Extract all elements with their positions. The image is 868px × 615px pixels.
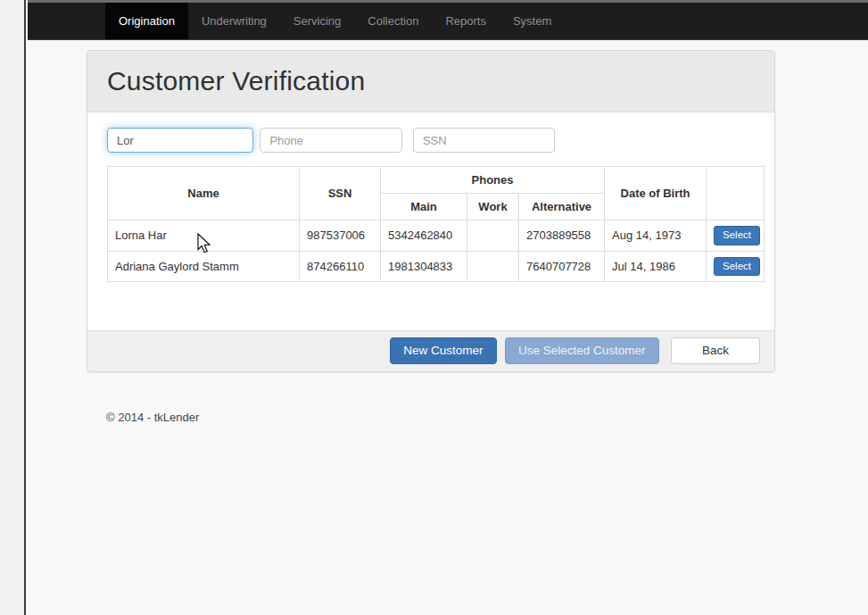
cell-dob: Aug 14, 1973	[605, 220, 707, 252]
ssn-search-input[interactable]	[413, 128, 555, 153]
cell-phone-main: 1981304833	[381, 251, 467, 282]
cell-action: Select	[707, 220, 765, 252]
cell-name: Adriana Gaylord Stamm	[108, 251, 300, 282]
column-header-actions	[707, 167, 765, 220]
phone-search-input[interactable]	[260, 128, 402, 153]
column-header-phone-main: Main	[381, 194, 467, 220]
window-left-rail	[0, 0, 26, 615]
cell-phone-main: 5342462840	[381, 220, 467, 252]
search-row	[107, 128, 755, 153]
column-header-phones: Phones	[381, 167, 605, 194]
cell-action: Select	[707, 251, 765, 282]
customer-verification-panel: Customer Verification Name SSN Phones	[87, 50, 775, 372]
cell-phone-work	[467, 251, 519, 282]
screen: { "navbar": { "items": [ { "label": "Ori…	[0, 0, 868, 615]
table-row[interactable]: Lorna Har 987537006 5342462840 270388955…	[108, 220, 765, 252]
column-header-ssn: SSN	[300, 167, 381, 220]
nav-item-servicing[interactable]: Servicing	[280, 3, 354, 39]
nav-item-system[interactable]: System	[500, 3, 565, 39]
panel-footer: New Customer Use Selected Customer Back	[87, 330, 774, 371]
cell-dob: Jul 14, 1986	[605, 251, 707, 282]
select-customer-button[interactable]: Select	[714, 257, 760, 277]
use-selected-customer-button[interactable]: Use Selected Customer	[505, 337, 659, 364]
cell-ssn: 874266110	[300, 251, 381, 282]
cell-phone-work	[467, 220, 519, 252]
cell-name: Lorna Har	[108, 220, 300, 252]
select-customer-button[interactable]: Select	[714, 226, 760, 245]
name-search-input[interactable]	[107, 128, 253, 153]
cell-phone-alternative: 2703889558	[519, 220, 605, 252]
nav-item-reports[interactable]: Reports	[432, 3, 500, 39]
top-navbar: Origination Underwriting Servicing Colle…	[28, 0, 868, 40]
cell-phone-alternative: 7640707728	[519, 251, 605, 282]
new-customer-button[interactable]: New Customer	[390, 337, 496, 364]
column-header-phone-alternative: Alternative	[519, 194, 605, 220]
back-button[interactable]: Back	[671, 337, 760, 364]
app-page: Origination Underwriting Servicing Colle…	[28, 0, 868, 615]
column-header-name: Name	[108, 167, 300, 220]
table-row[interactable]: Adriana Gaylord Stamm 874266110 19813048…	[108, 251, 765, 282]
nav-item-collection[interactable]: Collection	[354, 3, 432, 39]
column-header-phone-work: Work	[467, 194, 519, 220]
panel-body: Name SSN Phones Date of Birth Main Work …	[87, 112, 774, 330]
cell-ssn: 987537006	[300, 220, 381, 252]
nav-item-origination[interactable]: Origination	[105, 3, 188, 39]
nav-item-underwriting[interactable]: Underwriting	[188, 3, 280, 39]
column-header-dob: Date of Birth	[605, 167, 707, 220]
customer-results-table: Name SSN Phones Date of Birth Main Work …	[107, 166, 765, 282]
copyright-text: © 2014 - tkLender	[106, 411, 868, 424]
panel-heading: Customer Verification	[87, 51, 774, 112]
page-title: Customer Verification	[107, 66, 755, 96]
